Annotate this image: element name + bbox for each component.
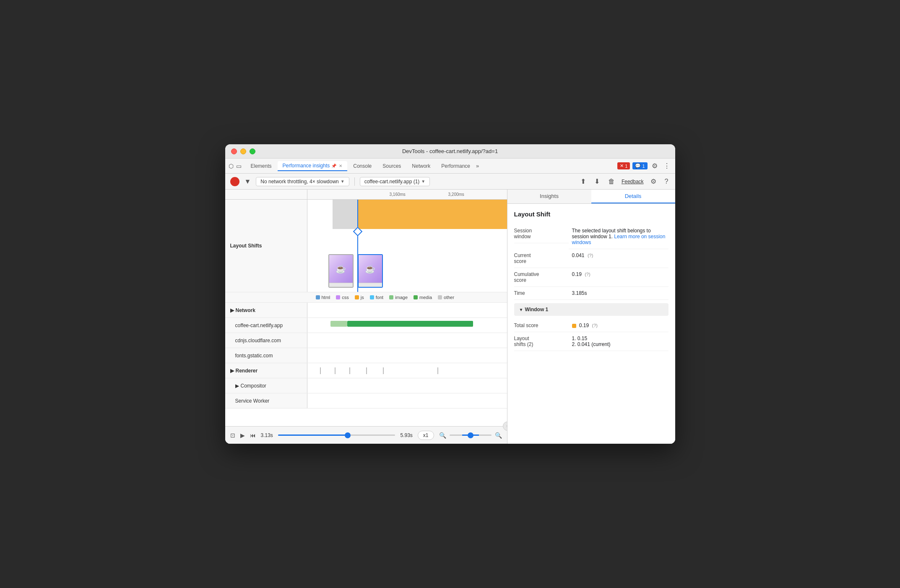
media-color-dot — [414, 295, 418, 299]
compositor-content — [307, 378, 507, 393]
fonts-row: fonts.gstatic.com — [225, 348, 507, 363]
network-expand-icon[interactable]: ▶ — [230, 307, 234, 313]
tab-insights[interactable]: Insights — [507, 190, 591, 203]
layout-shifts-detail-label: Layoutshifts (2) — [514, 332, 569, 351]
tab-performance[interactable]: Performance — [436, 161, 475, 171]
cumulative-score-label: Cumulativescore — [514, 268, 569, 287]
renderer-mark-1 — [320, 367, 321, 374]
tab-console[interactable]: Console — [348, 161, 377, 171]
layout-shifts-label: Layout Shifts — [225, 200, 307, 292]
cumulative-score-help-icon[interactable]: (?) — [585, 272, 590, 277]
coffee-cart-content[interactable] — [307, 318, 507, 333]
window-1-header[interactable]: ▼ Window 1 — [514, 303, 668, 316]
zoom-out-icon[interactable]: 🔍 — [439, 432, 446, 439]
cursor-icon[interactable]: ⬡ — [229, 163, 234, 169]
legend-other: other — [438, 295, 454, 300]
network-row: ▶ Network — [225, 303, 507, 318]
download-icon[interactable]: ⬇ — [593, 177, 601, 186]
main-content: 3,160ms 3,200ms 3,240ms 3,280ms Layout S… — [225, 190, 675, 444]
zoom-in-icon[interactable]: 🔍 — [495, 432, 502, 439]
coffee-cart-row: coffee-cart.netlify.app — [225, 318, 507, 333]
thumbnail-2-image: ☕ — [359, 255, 382, 283]
close-button[interactable] — [231, 148, 237, 154]
network-throttle-dropdown[interactable]: No network throttling, 4× slowdown ▼ — [256, 177, 349, 186]
network-content — [307, 303, 507, 317]
legend-image: image — [389, 295, 408, 300]
record-dropdown-icon[interactable]: ▼ — [243, 177, 253, 186]
right-panel-tabs: Insights Details — [507, 190, 675, 204]
toolbar-separator — [354, 177, 355, 186]
message-badge[interactable]: 💬 1 — [632, 162, 647, 169]
more-tabs-icon[interactable]: » — [476, 163, 479, 169]
scrubber-input[interactable] — [278, 434, 395, 436]
html-color-dot — [316, 295, 320, 299]
mobile-icon[interactable]: ▭ — [236, 163, 242, 169]
thumbnail-2[interactable]: ☕ — [358, 254, 383, 288]
tab-sources[interactable]: Sources — [377, 161, 406, 171]
speed-button[interactable]: x1 — [418, 431, 434, 440]
current-score-help-icon[interactable]: (?) — [588, 253, 593, 258]
thumbnail-1[interactable]: ☕ — [328, 254, 354, 288]
maximize-button[interactable] — [250, 148, 255, 154]
title-bar: DevTools - coffee-cart.netlify.app/?ad=1 — [225, 144, 675, 159]
skip-back-icon[interactable]: ⏮ — [250, 432, 256, 439]
font-color-dot — [370, 295, 374, 299]
cumulative-score-value: 0.19 (?) — [569, 268, 668, 287]
message-icon: 💬 — [635, 163, 641, 169]
time-label-1: 3,160ms — [390, 192, 448, 197]
renderer-expand-icon[interactable]: ▶ — [230, 368, 234, 374]
right-panel: Insights Details Layout Shift Sessionwin… — [507, 190, 675, 444]
right-panel-content: Layout Shift Sessionwindow The selected … — [507, 204, 675, 444]
feedback-button[interactable]: Feedback — [622, 179, 644, 185]
time-end: 5.93s — [400, 432, 412, 438]
coffee-icon-1: ☕ — [336, 264, 346, 274]
service-worker-label: Service Worker — [225, 393, 307, 408]
net-bar-light — [330, 321, 347, 327]
total-score-help-icon[interactable]: (?) — [592, 323, 598, 328]
tab-network[interactable]: Network — [407, 161, 435, 171]
play-button[interactable]: ▶ — [240, 432, 245, 439]
tab-elements[interactable]: Elements — [246, 161, 277, 171]
cdnjs-label: cdnjs.cloudflare.com — [225, 333, 307, 348]
layout-shifts-detail-value: 1. 0.15 2. 0.041 (current) — [569, 332, 668, 351]
tab-details[interactable]: Details — [591, 190, 675, 203]
toolbar-icons: ⬡ ▭ — [229, 163, 242, 169]
delete-icon[interactable]: 🗑 — [606, 177, 616, 186]
devtools-body: ⬡ ▭ Elements Performance insights 📌 ✕ Co… — [225, 159, 675, 444]
tab-close-icon[interactable]: ✕ — [339, 164, 342, 168]
settings-gear-icon[interactable]: ⚙ — [649, 177, 658, 186]
timeline-scrubber — [278, 434, 395, 436]
renderer-mark-3 — [349, 367, 350, 374]
renderer-label: ▶ Renderer — [225, 363, 307, 378]
url-selector-dropdown[interactable]: coffee-cart.netlify.app (1) ▼ — [360, 177, 430, 186]
settings-icon[interactable]: ⚙ — [650, 161, 659, 171]
session-window-label: Sessionwindow — [514, 224, 569, 243]
screenshot-icon[interactable]: ⊡ — [230, 432, 235, 439]
more-options-icon[interactable]: ⋮ — [662, 161, 672, 171]
record-button[interactable] — [230, 177, 239, 186]
upload-icon[interactable]: ⬆ — [579, 177, 588, 186]
dropdown-arrow-icon: ▼ — [341, 179, 345, 184]
legend-media: media — [414, 295, 432, 300]
minimize-button[interactable] — [240, 148, 246, 154]
renderer-mark-5 — [383, 367, 384, 374]
session-window-value: The selected layout shift belongs to ses… — [569, 224, 668, 249]
help-icon[interactable]: ? — [663, 177, 670, 186]
window-1-chevron-icon: ▼ — [519, 307, 523, 312]
tab-performance-insights[interactable]: Performance insights 📌 ✕ — [278, 161, 348, 171]
total-score-color-badge — [572, 324, 576, 328]
window-title: DevTools - coffee-cart.netlify.app/?ad=1 — [402, 148, 498, 154]
thumbnail-1-image: ☕ — [329, 255, 353, 283]
url-dropdown-arrow-icon: ▼ — [421, 179, 425, 184]
zoom-slider-input[interactable] — [450, 434, 492, 436]
total-score-label: Total score — [514, 319, 569, 332]
coffee-icon-2: ☕ — [365, 264, 375, 274]
current-score-label: Currentscore — [514, 249, 569, 268]
legend-css: css — [336, 295, 349, 300]
time-label-detail: Time — [514, 287, 569, 300]
css-color-dot — [336, 295, 340, 299]
layout-shifts-content[interactable]: ☕ ☕ — [307, 200, 507, 292]
error-badge[interactable]: ✕ 1 — [617, 162, 630, 169]
time-start: 3.13s — [261, 432, 273, 438]
compositor-expand-icon[interactable]: ▶ — [235, 383, 239, 389]
